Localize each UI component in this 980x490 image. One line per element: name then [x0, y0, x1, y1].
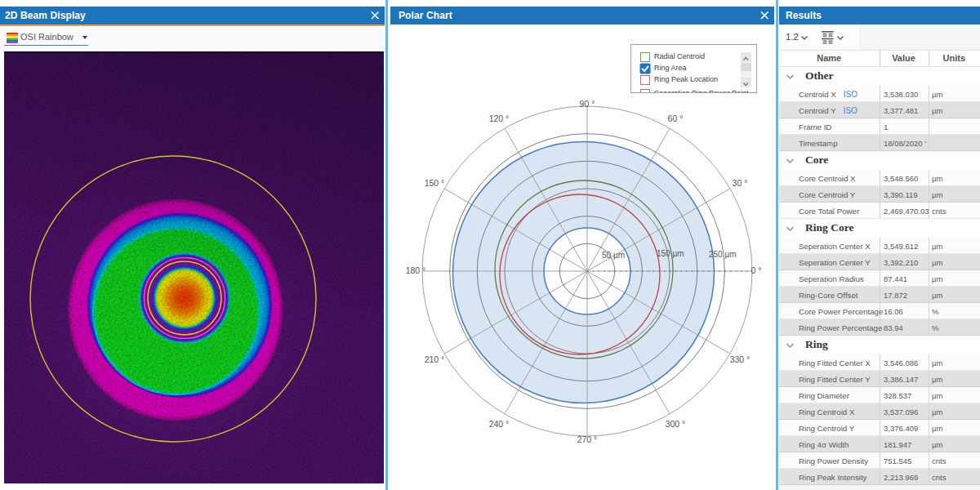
- svg-text:300 °: 300 °: [666, 419, 686, 429]
- svg-text:50 µm: 50 µm: [602, 251, 625, 260]
- svg-text:270 °: 270 °: [577, 434, 598, 444]
- svg-text:60 °: 60 °: [668, 114, 684, 123]
- svg-text:150 µm: 150 µm: [657, 249, 684, 258]
- svg-text:330 °: 330 °: [730, 354, 751, 364]
- svg-text:150 °: 150 °: [425, 178, 445, 188]
- svg-text:30 °: 30 °: [733, 178, 748, 188]
- svg-text:180 °: 180 °: [406, 265, 426, 275]
- svg-text:210 °: 210 °: [425, 354, 445, 364]
- svg-text:90 °: 90 °: [580, 99, 595, 109]
- svg-text:0 °: 0 °: [751, 265, 762, 275]
- svg-text:120 °: 120 °: [489, 114, 510, 123]
- svg-text:250 µm: 250 µm: [709, 250, 737, 259]
- svg-text:240 °: 240 °: [489, 419, 510, 429]
